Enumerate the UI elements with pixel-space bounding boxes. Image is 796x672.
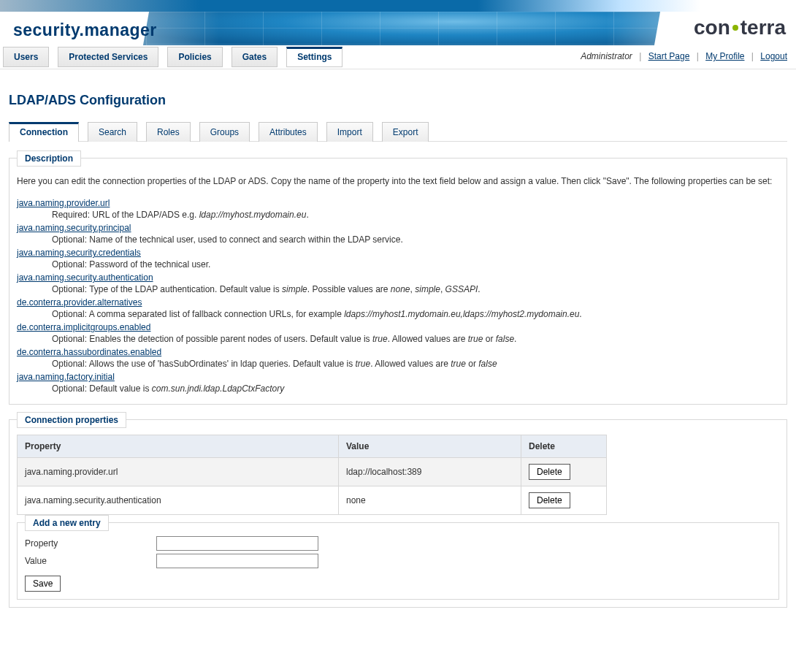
- tab-protected-services[interactable]: Protected Services: [58, 47, 158, 67]
- delete-button[interactable]: Delete: [529, 492, 570, 508]
- description-legend: Description: [17, 150, 81, 167]
- subtab-search[interactable]: Search: [88, 122, 137, 142]
- logo-dot-icon: [732, 25, 738, 31]
- main-tabs: Users Protected Services Policies Gates …: [3, 47, 342, 67]
- tab-gates[interactable]: Gates: [231, 47, 278, 67]
- property-key[interactable]: de.conterra.hassubordinates.enabled: [17, 347, 779, 357]
- tab-policies[interactable]: Policies: [167, 47, 222, 67]
- property-description: Optional: Name of the technical user, us…: [52, 234, 779, 245]
- delete-button[interactable]: Delete: [529, 464, 570, 480]
- connection-properties-table: Property Value Delete java.naming.provid…: [17, 435, 607, 515]
- property-key[interactable]: java.naming.security.authentication: [17, 272, 779, 283]
- user-links: Administrator | Start Page | My Profile …: [581, 51, 787, 61]
- page-title: LDAP/ADS Configuration: [9, 93, 787, 108]
- cell-value: ldap://localhost:389: [339, 458, 521, 486]
- description-fieldset: Description Here you can edit the connec…: [9, 158, 787, 405]
- th-property: Property: [18, 435, 339, 458]
- property-description: Optional: Default value is com.sun.jndi.…: [52, 383, 779, 394]
- cell-delete: Delete: [521, 486, 607, 515]
- property-description: Optional: Allows the use of 'hasSubOrdin…: [52, 359, 779, 369]
- property-key[interactable]: java.naming.provider.url: [17, 198, 779, 208]
- app-title: security.manager: [13, 20, 157, 40]
- cell-delete: Delete: [521, 458, 607, 486]
- top-bar: Users Protected Services Policies Gates …: [0, 45, 796, 69]
- cell-value: none: [339, 486, 521, 515]
- page-content: LDAP/ADS Configuration Connection Search…: [0, 69, 796, 637]
- subtab-roles[interactable]: Roles: [146, 122, 191, 142]
- current-username: Administrator: [581, 51, 632, 61]
- table-row: java.naming.security.authenticationnoneD…: [18, 486, 607, 515]
- brand-logo: conterra: [694, 16, 786, 39]
- property-key[interactable]: java.naming.factory.initial: [17, 372, 779, 382]
- property-key[interactable]: java.naming.security.credentials: [17, 248, 779, 258]
- cell-property: java.naming.provider.url: [18, 458, 339, 486]
- subtab-import[interactable]: Import: [326, 122, 373, 142]
- property-key[interactable]: de.conterra.provider.alternatives: [17, 297, 779, 308]
- property-key[interactable]: java.naming.security.principal: [17, 223, 779, 233]
- property-description: Optional: A comma separated list of fall…: [52, 309, 779, 319]
- link-logout[interactable]: Logout: [760, 51, 787, 61]
- tab-users[interactable]: Users: [3, 47, 49, 67]
- add-entry-fieldset: Add a new entry Property Value Save: [17, 522, 779, 600]
- property-key[interactable]: de.conterra.implicitgroups.enabled: [17, 322, 779, 332]
- label-value: Value: [25, 556, 156, 566]
- input-value[interactable]: [156, 554, 318, 568]
- input-property[interactable]: [156, 536, 318, 551]
- th-delete: Delete: [521, 435, 607, 458]
- cell-property: java.naming.security.authentication: [18, 486, 339, 515]
- subtab-attributes[interactable]: Attributes: [259, 122, 318, 142]
- header-banner: security.manager conterra: [0, 0, 796, 45]
- connection-properties-legend: Connection properties: [17, 412, 126, 428]
- subtab-export[interactable]: Export: [382, 122, 429, 142]
- property-description: Optional: Enables the detection of possi…: [52, 334, 779, 344]
- subtab-connection[interactable]: Connection: [9, 122, 79, 142]
- tab-settings[interactable]: Settings: [286, 47, 342, 67]
- description-intro: Here you can edit the connection propert…: [17, 175, 779, 188]
- sub-tabs: Connection Search Roles Groups Attribute…: [9, 121, 787, 142]
- property-description: Optional: Type of the LDAP authenticatio…: [52, 284, 779, 294]
- property-doc-list: java.naming.provider.urlRequired: URL of…: [17, 198, 779, 394]
- link-start-page[interactable]: Start Page: [648, 51, 690, 61]
- property-description: Optional: Password of the technical user…: [52, 259, 779, 270]
- label-property: Property: [25, 538, 156, 549]
- table-row: java.naming.provider.urlldap://localhost…: [18, 458, 607, 486]
- th-value: Value: [339, 435, 521, 458]
- connection-properties-fieldset: Connection properties Property Value Del…: [9, 419, 787, 608]
- link-my-profile[interactable]: My Profile: [705, 51, 744, 61]
- add-entry-legend: Add a new entry: [25, 515, 109, 531]
- save-button[interactable]: Save: [25, 576, 61, 592]
- subtab-groups[interactable]: Groups: [199, 122, 250, 142]
- property-description: Required: URL of the LDAP/ADS e.g. ldap:…: [52, 210, 779, 220]
